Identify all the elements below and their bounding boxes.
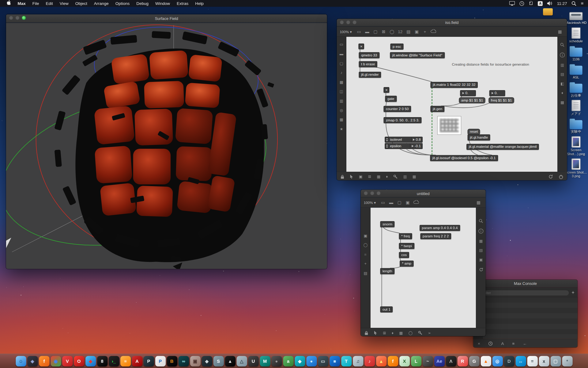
teamviewer-dock-icon[interactable]: ↔: [515, 356, 526, 366]
menu-item-options[interactable]: Options: [112, 0, 133, 7]
toggle-box[interactable]: ×: [384, 87, 389, 93]
power-icon[interactable]: [559, 174, 563, 179]
jit-gen-box[interactable]: jit.gen: [431, 106, 445, 112]
filter-input[interactable]: [476, 290, 569, 296]
mixer-icon[interactable]: ▩: [560, 101, 564, 104]
processing-dock-icon[interactable]: P: [143, 356, 154, 366]
close-button[interactable]: [364, 191, 368, 195]
prism-dock-icon[interactable]: ▲: [225, 356, 235, 366]
zoom-button[interactable]: [376, 191, 380, 195]
p-esc-box[interactable]: p esc: [390, 44, 404, 50]
patching-grid-icon[interactable]: ⊞: [383, 331, 386, 335]
minimize-button[interactable]: [346, 20, 350, 24]
sketch-dock-icon[interactable]: S: [213, 356, 224, 366]
message-list-icon[interactable]: ≡: [512, 341, 514, 346]
minimize-button[interactable]: [370, 191, 374, 195]
opengl-viewport[interactable]: [6, 23, 327, 269]
yellow-folder-icon[interactable]: [543, 8, 553, 15]
epsilon-attrui[interactable]: epsilon -0.1: [385, 143, 423, 149]
music-app-dock-icon[interactable]: ♪: [364, 356, 375, 366]
menu-item-extras[interactable]: Extras: [173, 0, 192, 7]
desktop-icon-oshigoto[interactable]: お仕事: [564, 82, 588, 97]
notification-center-icon[interactable]: ≡: [581, 1, 584, 6]
jit-gl-render-box[interactable]: jit.gl.render: [359, 72, 381, 78]
teal-app-dock-icon[interactable]: T: [341, 356, 352, 366]
menu-item-file[interactable]: File: [29, 0, 43, 7]
jit-gl-handle-box[interactable]: jit.gl.handle: [468, 134, 490, 140]
menu-item-window[interactable]: Window: [152, 0, 173, 7]
toolbar-message-icon[interactable]: ▬: [387, 197, 395, 207]
snorm-box[interactable]: snorm: [380, 221, 395, 227]
desktop-icon-screenshot-2[interactable]: Screen Shot…3.png: [564, 159, 588, 178]
trigger-box[interactable]: t b erase: [359, 61, 377, 67]
box-dock-icon[interactable]: ▣: [190, 356, 200, 366]
reset-message-box[interactable]: reset: [468, 129, 480, 135]
jit-gl-isosurf-box[interactable]: jit.gl.isosurf @isolevel 0.5 @epsilon -0…: [430, 155, 498, 161]
zmap-box[interactable]: zmap 0. 50. 0.. 2.5 3.: [384, 117, 422, 123]
android-dock-icon[interactable]: a: [283, 356, 293, 366]
zoom-control[interactable]: 100%▾: [337, 29, 355, 33]
blue-square-dock-icon[interactable]: ■: [330, 356, 340, 366]
obscura-dock-icon[interactable]: ∞: [178, 356, 189, 366]
tag-icon[interactable]: [529, 1, 533, 6]
columns-icon[interactable]: ▥: [403, 174, 407, 178]
desktop-icon-screenshot-1[interactable]: Screen Shot…).png: [564, 136, 588, 156]
cursor-icon[interactable]: [350, 174, 353, 178]
stepper-icon[interactable]: [385, 144, 389, 149]
palette-add-icon[interactable]: +: [364, 262, 367, 266]
counter-box[interactable]: counter 2 0 50: [384, 106, 411, 112]
menu-item-edit[interactable]: Edit: [43, 0, 56, 7]
input-source-icon[interactable]: A: [538, 1, 543, 6]
history-clock-icon[interactable]: [488, 341, 493, 346]
grid-view-icon[interactable]: ▦: [413, 174, 416, 178]
zoom-control[interactable]: 100%▾: [361, 200, 379, 204]
lock-icon[interactable]: [341, 174, 344, 179]
tv-app-dock-icon[interactable]: ▭: [318, 356, 328, 366]
jit-gl-material-box[interactable]: jit.gl.material @matfile orange.lacquer.…: [466, 144, 539, 150]
presentation-mode-icon[interactable]: ▣: [359, 174, 363, 178]
surface-field-titlebar[interactable]: Surface Field: [6, 14, 327, 23]
chrome-dock-icon[interactable]: ◉: [51, 356, 61, 366]
puzzle-dock-icon[interactable]: ◆: [295, 356, 305, 366]
inspector-icon[interactable]: i: [560, 52, 565, 57]
toolbar-message-icon[interactable]: ▬: [363, 27, 371, 36]
display-settings-dock-icon[interactable]: ▢: [550, 356, 561, 366]
cos-box[interactable]: cos: [399, 252, 409, 258]
param-amp-box[interactable]: param amp 0.4 0.4 0.4: [420, 225, 460, 231]
unity-hub-dock-icon[interactable]: ◆: [202, 356, 212, 366]
finder-dock-icon[interactable]: ☺: [16, 356, 26, 366]
close-button[interactable]: [340, 20, 344, 24]
number-box[interactable]: 0.: [460, 90, 476, 96]
circle-tool-icon[interactable]: ◯: [408, 331, 413, 335]
fontlab-dock-icon[interactable]: f: [388, 356, 398, 366]
ableton-dock-icon[interactable]: ≡: [120, 356, 130, 366]
patcher-comment[interactable]: Creating distance fields for isosurface …: [452, 62, 529, 66]
midi-keyboard-dock-icon[interactable]: ♫: [353, 356, 363, 366]
palette-audio-icon[interactable]: ♪: [341, 71, 342, 75]
render-loop-icon[interactable]: [548, 174, 553, 179]
apple-menu[interactable]: [3, 0, 14, 7]
audio-meter-icon[interactable]: ♦: [392, 331, 394, 335]
snap-grid-icon[interactable]: ▦: [377, 174, 380, 178]
search-icon[interactable]: [479, 219, 483, 223]
toggle-box[interactable]: ×: [359, 44, 364, 49]
magic-8ball-dock-icon[interactable]: 8: [97, 356, 107, 366]
palette-object-icon[interactable]: ▭: [340, 43, 343, 47]
max-dock-icon[interactable]: ~: [422, 356, 433, 366]
toolbar-add-icon[interactable]: +: [421, 27, 429, 36]
add-filter-button[interactable]: +: [572, 289, 575, 295]
desktop-icon-1106[interactable]: 1106: [564, 46, 588, 61]
airplay-display-icon[interactable]: [509, 1, 515, 6]
patcher-canvas[interactable]: snorm * freq * twopi cos * amp length ou…: [371, 208, 476, 328]
dark-box-dock-icon[interactable]: D: [504, 356, 514, 366]
mountain-app-dock-icon[interactable]: △: [236, 356, 247, 366]
spotlight-icon[interactable]: [571, 1, 576, 6]
pycharm-dock-icon[interactable]: P: [155, 356, 165, 366]
cursor-icon[interactable]: [374, 331, 377, 335]
menu-item-arrange[interactable]: Arrange: [91, 0, 112, 7]
gray-app-dock-icon[interactable]: G: [469, 356, 479, 366]
refresh-icon[interactable]: [479, 267, 483, 272]
leaf-app-dock-icon[interactable]: L: [411, 356, 421, 366]
out-box[interactable]: out 1: [380, 306, 393, 312]
toolbar-panel-icon[interactable]: ▣: [413, 27, 421, 36]
